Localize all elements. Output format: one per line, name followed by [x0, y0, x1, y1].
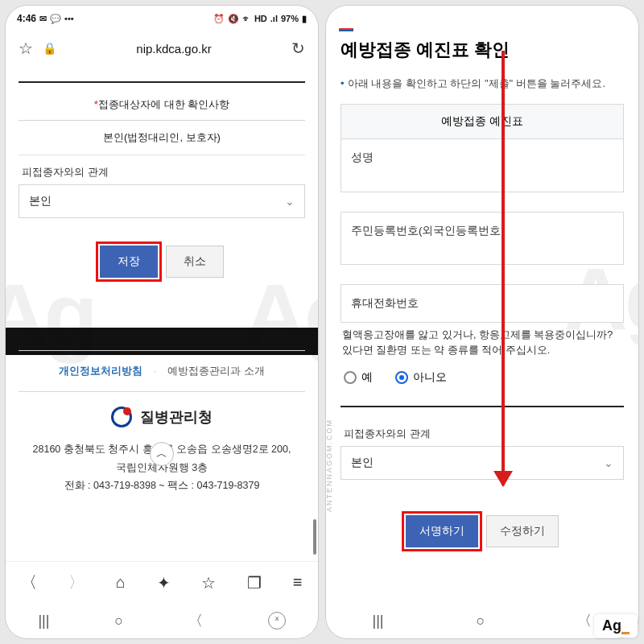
radio-group: 예 아니오: [341, 367, 624, 399]
sys-home-icon[interactable]: ○: [477, 613, 485, 630]
sign-button[interactable]: 서명하기: [406, 515, 478, 547]
alarm-icon: ⏰: [213, 14, 225, 24]
status-bar: 4:46 ✉ 💬 ••• ⏰ 🔇 ᯤ HD .ıl 97% ▮: [6, 6, 318, 28]
wifi-icon: ᯤ: [242, 14, 251, 23]
agency-block: 질병관리청: [19, 407, 305, 427]
sys-accessibility-icon[interactable]: ᕽ: [268, 612, 286, 630]
form-area: 예방접종 예진표 성명 주민등록번호(외국인등록번호) 휴대전화번호 혈액응고장…: [326, 104, 638, 555]
nav-bookmark-icon[interactable]: ☆: [201, 573, 216, 592]
privacy-link[interactable]: 개인정보처리방침: [59, 365, 142, 377]
nav-sparkle-icon[interactable]: ✦: [157, 573, 171, 592]
radio-icon: [344, 371, 357, 384]
mail-icon: ✉: [39, 14, 47, 24]
side-watermark-text: ANTENNAGOM.COM: [325, 419, 333, 512]
kdca-logo-icon: [111, 407, 132, 427]
divider: [19, 81, 305, 83]
section-title: *접종대상자에 대한 확인사항: [19, 89, 305, 121]
page-content: *접종대상자에 대한 확인사항 본인(법정대리인, 보호자) 피접종자와의 관계…: [6, 68, 318, 561]
nav-forward-icon[interactable]: 〉: [68, 572, 85, 593]
relation-value: 본인: [351, 456, 374, 470]
radio-no[interactable]: 아니오: [395, 370, 447, 385]
principal-row: 본인(법정대리인, 보호자): [19, 121, 305, 155]
relation-select[interactable]: 본인 ⌄: [19, 184, 305, 218]
dot: ·: [154, 365, 157, 377]
phone-row: 휴대전화번호: [341, 284, 624, 323]
sys-recents-icon[interactable]: |||: [373, 613, 384, 630]
rrn-row: 주민등록번호(외국인등록번호): [341, 212, 624, 265]
button-row: 서명하기 수정하기: [341, 515, 624, 547]
right-phone: Ag 예방접종 예진표 확인 •아래 내용을 확인하고 하단의 "제출" 버튼을…: [325, 5, 639, 639]
chat-icon: 💬: [50, 14, 61, 24]
save-button[interactable]: 저장: [100, 246, 158, 278]
vibrate-icon: 🔇: [228, 14, 239, 24]
battery-icon: ▮: [302, 14, 307, 24]
more-icon: •••: [64, 14, 74, 23]
system-nav: ||| ○ 〈: [326, 603, 638, 638]
ag-badge: Ag: [594, 614, 638, 638]
scroll-to-top-button[interactable]: ︿: [150, 442, 174, 466]
edit-button[interactable]: 수정하기: [486, 515, 559, 547]
agency-name: 질병관리청: [140, 409, 213, 425]
page-title: 예방접종 예진표 확인: [326, 27, 638, 70]
relation-label: 피접종자와의 관계: [19, 155, 305, 184]
browser-bottom-nav: 〈 〉 ⌂ ✦ ☆ ❐ ≡: [6, 561, 318, 603]
radio-icon: [395, 371, 408, 384]
bullet-icon: •: [341, 77, 345, 89]
divider: [341, 406, 624, 407]
left-phone: Ag Ag 4:46 ✉ 💬 ••• ⏰ 🔇 ᯤ HD .ıl 97% ▮ ☆: [5, 5, 319, 639]
relation-value: 본인: [29, 194, 52, 208]
button-row: 저장 취소: [19, 246, 305, 278]
bookmark-star-icon[interactable]: ☆: [19, 39, 33, 58]
sys-back-icon[interactable]: 〈: [188, 611, 203, 630]
hd-icon: HD: [254, 14, 267, 23]
scrollbar[interactable]: [313, 519, 316, 555]
sys-home-icon[interactable]: ○: [114, 613, 123, 630]
browser-address-bar: ☆ 🔒 nip.kdca.go.kr ↻: [6, 28, 318, 68]
lock-icon: 🔒: [43, 42, 56, 55]
battery-text: 97%: [281, 14, 299, 23]
sys-back-icon[interactable]: 〈: [577, 611, 592, 630]
instruction-text: •아래 내용을 확인하고 하단의 "제출" 버튼을 눌러주세요.: [326, 70, 638, 104]
name-row: 성명: [341, 139, 624, 192]
sys-recents-icon[interactable]: |||: [38, 613, 49, 630]
chevron-down-icon: ⌄: [604, 456, 613, 469]
refresh-icon[interactable]: ↻: [291, 39, 305, 58]
relation-select[interactable]: 본인 ⌄: [341, 446, 624, 480]
nav-back-icon[interactable]: 〈: [21, 572, 37, 593]
system-nav: ||| ○ 〈 ᕽ: [6, 603, 318, 638]
flag-bar: [326, 20, 638, 27]
annotation-arrow: [502, 51, 505, 485]
radio-yes[interactable]: 예: [344, 370, 373, 385]
clock: 4:46: [17, 13, 36, 24]
signal-icon: .ıl: [270, 14, 278, 23]
nav-tabs-icon[interactable]: ❐: [247, 573, 262, 592]
footer-links: 개인정보처리방침 · 예방접종관리과 소개: [19, 350, 305, 392]
about-link[interactable]: 예방접종관리과 소개: [167, 365, 265, 377]
chevron-down-icon: ⌄: [285, 195, 295, 208]
question-text: 혈액응고장애를 앓고 있거나, 항응고제를 복용중이십니까? 있다면 질환명 또…: [341, 323, 624, 367]
cancel-button[interactable]: 취소: [166, 246, 224, 278]
nav-menu-icon[interactable]: ≡: [293, 573, 303, 592]
table-header: 예방접종 예진표: [341, 104, 624, 139]
nav-home-icon[interactable]: ⌂: [116, 573, 126, 592]
relation-label: 피접종자와의 관계: [341, 414, 624, 446]
url-text[interactable]: nip.kdca.go.kr: [136, 42, 211, 56]
